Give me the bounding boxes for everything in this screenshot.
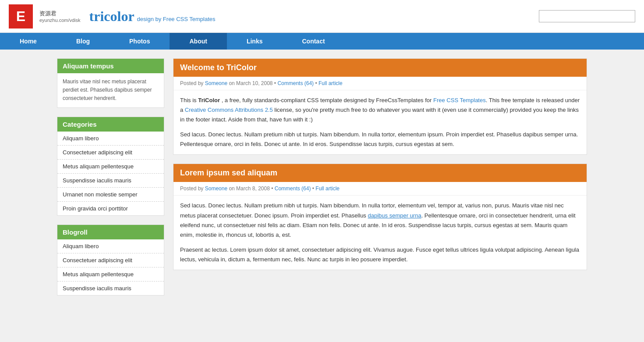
post-1-author[interactable]: Someone	[205, 80, 227, 86]
post-1-comments[interactable]: Comments (64)	[277, 80, 314, 86]
post-2-comments[interactable]: Comments (64)	[275, 185, 311, 192]
post-1-p1-before: This is	[180, 97, 198, 103]
list-item[interactable]: Suspendisse iaculis mauris	[57, 281, 164, 295]
post-2-meta: Posted by Someone on March 8, 2008 • Com…	[173, 182, 587, 196]
post-1-header: Welcome to TriColor	[173, 59, 587, 77]
list-item[interactable]: Metus aliquam pellentesque	[57, 267, 164, 281]
post-1-free-css-link[interactable]: Free CSS Templates	[433, 97, 486, 103]
sidebar-intro-section: Aliquam tempus Mauris vitae nisl nec met…	[57, 58, 164, 108]
post-2-para1: Sed lacus. Donec lectus. Nullam pretium …	[180, 201, 580, 239]
sidebar-blogroll-section: Blogroll Aliquam libero Consectetuer adi…	[57, 224, 164, 296]
site-title-area: tricolor design by Free CSS Templates	[89, 8, 216, 25]
logo-box: E	[9, 4, 33, 28]
post-2-bullet1: •	[271, 185, 275, 192]
post-2-para2: Praesent ac lectus. Lorem ipsum dolor si…	[180, 245, 580, 264]
post-1-bullet2: •	[315, 80, 318, 86]
sidebar-categories-list: Aliquam libero Consectetuer adipiscing e…	[57, 132, 164, 215]
sidebar-intro-heading: Aliquam tempus	[57, 59, 164, 73]
post-2-dapibus-link[interactable]: dapibus semper urna	[368, 212, 421, 219]
logo-chinese: 资源君	[39, 10, 81, 18]
logo-text-area: 资源君 eyunzhu.com/vdisk	[39, 10, 81, 23]
post-1-body: This is TriColor , a free, fully standar…	[173, 90, 587, 154]
post-1-cc-link[interactable]: Creative Commons Attributions 2.5	[185, 107, 273, 113]
list-item[interactable]: Consectetuer adipiscing elit	[57, 146, 164, 160]
main-content: Welcome to TriColor Posted by Someone on…	[173, 58, 587, 304]
nav-bar: Home Blog Photos About Links Contact	[0, 33, 644, 50]
logo-letter: E	[16, 8, 25, 25]
site-tagline: design by Free CSS Templates	[137, 16, 216, 22]
logo-domain: eyunzhu.com/vdisk	[39, 18, 81, 23]
post-1-date-text: on March 10, 2008	[229, 80, 272, 86]
nav-links[interactable]: Links	[227, 33, 283, 50]
nav-home[interactable]: Home	[0, 33, 57, 50]
nav-about[interactable]: About	[170, 33, 226, 50]
post-1: Welcome to TriColor Posted by Someone on…	[173, 58, 587, 155]
post-1-para2: Sed lacus. Donec lectus. Nullam pretium …	[180, 130, 580, 149]
post-2-full-article[interactable]: Full article	[315, 185, 340, 192]
sidebar: Aliquam tempus Mauris vitae nisl nec met…	[57, 58, 164, 304]
post-2: Lorem ipsum sed aliquam Posted by Someon…	[173, 164, 587, 270]
sidebar-blogroll-heading: Blogroll	[57, 225, 164, 239]
sidebar-categories-heading: Categories	[57, 117, 164, 132]
search-input[interactable]	[539, 10, 635, 22]
nav-contact[interactable]: Contact	[282, 33, 344, 50]
post-2-meta-prefix: Posted by	[180, 185, 203, 192]
post-1-meta: Posted by Someone on March 10, 2008 • Co…	[173, 77, 587, 90]
nav-blog[interactable]: Blog	[57, 33, 110, 50]
logo-and-title: E 资源君 eyunzhu.com/vdisk tricolor design …	[9, 4, 216, 28]
logo-area: E 资源君 eyunzhu.com/vdisk	[9, 4, 81, 28]
post-2-body: Sed lacus. Donec lectus. Nullam pretium …	[173, 196, 587, 270]
page-wrapper: Aliquam tempus Mauris vitae nisl nec met…	[57, 50, 587, 313]
list-item[interactable]: Consectetuer adipiscing elit	[57, 253, 164, 267]
list-item[interactable]: Suspendisse iaculis mauris	[57, 174, 164, 188]
nav-photos[interactable]: Photos	[110, 33, 170, 50]
site-title: tricolor	[89, 8, 134, 25]
post-1-title: Welcome to TriColor	[180, 63, 257, 72]
list-item[interactable]: Urnanet non molestie semper	[57, 188, 164, 202]
list-item[interactable]: Metus aliquam pellentesque	[57, 160, 164, 174]
post-1-p1-middle: , a free, fully standards-compliant CSS …	[220, 97, 433, 103]
post-2-title: Lorem ipsum sed aliquam	[180, 168, 277, 177]
post-1-full-article[interactable]: Full article	[318, 80, 343, 86]
sidebar-blogroll-list: Aliquam libero Consectetuer adipiscing e…	[57, 239, 164, 295]
list-item[interactable]: Aliquam libero	[57, 132, 164, 146]
list-item[interactable]: Aliquam libero	[57, 239, 164, 253]
post-1-meta-prefix: Posted by	[180, 80, 203, 86]
list-item[interactable]: Proin gravida orci porttitor	[57, 202, 164, 215]
post-1-para1: This is TriColor , a free, fully standar…	[180, 96, 580, 125]
post-2-header: Lorem ipsum sed aliquam	[173, 164, 587, 182]
post-2-author[interactable]: Someone	[205, 185, 227, 192]
header: E 资源君 eyunzhu.com/vdisk tricolor design …	[0, 0, 644, 33]
sidebar-intro-text: Mauris vitae nisl nec metus placerat per…	[57, 73, 164, 107]
sidebar-categories-section: Categories Aliquam libero Consectetuer a…	[57, 117, 164, 216]
post-2-date-text: on March 8, 2008	[229, 185, 269, 192]
post-1-p1-bold: TriColor	[198, 97, 220, 103]
